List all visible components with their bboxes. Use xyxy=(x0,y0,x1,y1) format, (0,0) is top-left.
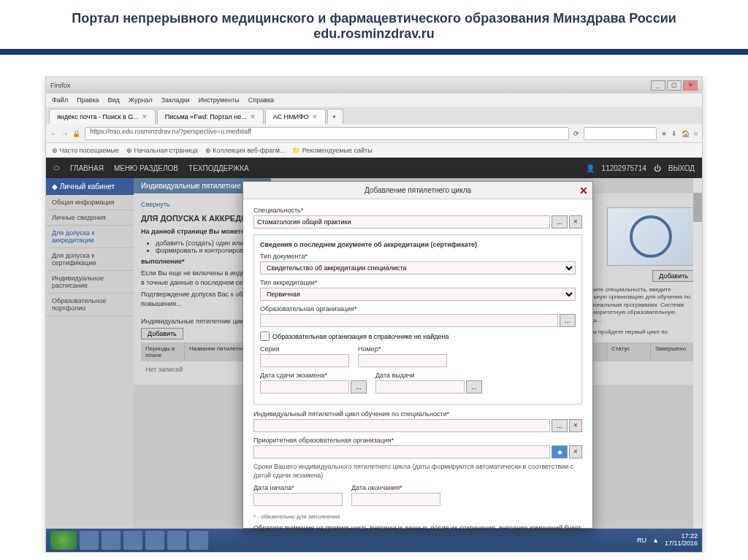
app-header: ⬭ ГЛАВНАЯ МЕНЮ РАЗДЕЛОВ ТЕХПОДДЕРЖКА 👤 1… xyxy=(46,158,702,178)
divider xyxy=(0,49,748,55)
star-icon[interactable]: ★ xyxy=(661,130,667,137)
priority-org-label: Приоритетная образовательная организация… xyxy=(253,437,582,444)
sidebar-item-portfolio[interactable]: Образовательное портфолио xyxy=(46,294,134,316)
sidebar-item-personal[interactable]: Личные сведения xyxy=(46,210,134,226)
url-input[interactable]: https://nso.edu.rosminzdrav.ru/?perspect… xyxy=(85,127,569,140)
modal-close-button[interactable]: ✕ xyxy=(579,185,588,196)
doc-fieldset: Сведения о последнем документе об аккред… xyxy=(253,234,582,404)
issuedate-input[interactable] xyxy=(375,380,465,394)
clear-button[interactable]: × xyxy=(569,445,582,459)
lookup-button[interactable]: ... xyxy=(552,215,568,229)
cycle-spec-input[interactable] xyxy=(253,419,550,432)
start-label: Дата начала* xyxy=(253,484,343,491)
fieldset-title: Сведения о последнем документе об аккред… xyxy=(260,241,576,248)
menubar: Файл Правка Вид Журнал Закладки Инструме… xyxy=(46,93,702,107)
menu-file[interactable]: Файл xyxy=(52,96,68,104)
page-title: Портал непрерывного медицинского и фарма… xyxy=(0,0,748,49)
datepicker-button[interactable]: ... xyxy=(351,380,367,394)
priority-org-input[interactable] xyxy=(253,445,550,459)
close-window-button[interactable]: ✕ xyxy=(683,80,698,91)
window-titlebar: Firefox _ ▢ ✕ xyxy=(46,77,702,93)
add-button[interactable]: Добавить xyxy=(652,270,695,282)
checkbox-label: Образовательная организация в справочник… xyxy=(272,333,449,340)
clock[interactable]: 17:22 17/11/2016 xyxy=(665,533,698,548)
end-input[interactable] xyxy=(351,493,440,506)
menu-edit[interactable]: Правка xyxy=(77,96,99,104)
tab-mail[interactable]: Письма «Fwd: Портал не...✕ xyxy=(157,109,264,124)
org-notfound-checkbox[interactable]: Образовательная организация в справочник… xyxy=(260,331,576,341)
menu-history[interactable]: Журнал xyxy=(129,96,153,104)
clear-button[interactable]: × xyxy=(569,215,582,229)
start-input[interactable] xyxy=(253,493,343,506)
tray-icon[interactable]: ▲ xyxy=(652,537,659,544)
menu-icon[interactable]: ≡ xyxy=(694,130,698,137)
taskbar-icon[interactable] xyxy=(123,531,142,550)
clear-button[interactable]: × xyxy=(569,419,582,432)
sidebar-item-schedule[interactable]: Индивидуальное расписание xyxy=(46,271,134,294)
taskbar-icon[interactable] xyxy=(189,531,208,550)
bookmark-item[interactable]: ⊕ Часто посещаемые xyxy=(52,147,119,154)
org-input[interactable] xyxy=(260,314,558,327)
issuedate-label: Дата выдачи xyxy=(375,372,482,379)
search-input[interactable] xyxy=(584,127,657,140)
nav-sections[interactable]: МЕНЮ РАЗДЕЛОВ xyxy=(114,164,178,172)
download-icon[interactable]: ⬇ xyxy=(671,130,677,137)
home-icon[interactable]: 🏠 xyxy=(682,130,690,137)
maximize-button[interactable]: ▢ xyxy=(667,80,682,91)
doctype-select[interactable]: Свидетельство об аккредитации специалист… xyxy=(260,261,576,275)
number-input[interactable] xyxy=(358,354,447,367)
taskbar-icon[interactable] xyxy=(167,531,186,550)
tab-yandex[interactable]: яндекс почта - Поиск в G...✕ xyxy=(49,109,156,124)
menu-view[interactable]: Вид xyxy=(108,96,120,104)
add-cycle-button[interactable]: Добавить xyxy=(141,328,183,340)
bookmark-item[interactable]: ⊕ Коллекция веб-фрагм... xyxy=(205,147,286,154)
lookup-button[interactable]: ... xyxy=(552,419,568,432)
lang-indicator[interactable]: RU xyxy=(637,537,646,544)
logout-link[interactable]: ВЫХОД xyxy=(668,164,695,172)
app-body: ◆ Личный кабинет Общая информация Личные… xyxy=(46,178,702,529)
close-icon[interactable]: ✕ xyxy=(250,113,256,120)
new-tab-button[interactable]: + xyxy=(327,109,343,124)
menu-bookmarks[interactable]: Закладки xyxy=(161,96,190,104)
taskbar-icon[interactable] xyxy=(102,531,121,550)
tab-nmifo[interactable]: АС НМИФО✕ xyxy=(265,109,326,124)
checkbox[interactable] xyxy=(260,331,270,341)
bookmark-item[interactable]: 📁 Рекомендуемые сайты xyxy=(292,147,372,154)
reload-icon[interactable]: ⟳ xyxy=(573,130,579,137)
end-label: Дата окончания* xyxy=(351,484,440,491)
close-icon[interactable]: ✕ xyxy=(142,113,148,120)
cycle-spec-label: Индивидуальный пятилетний цикл обучения … xyxy=(253,410,582,418)
user-icon: 👤 xyxy=(586,164,595,172)
minimize-button[interactable]: _ xyxy=(651,80,665,91)
taskbar-icon[interactable] xyxy=(80,531,99,550)
sidebar-item-accreditation[interactable]: Для допуска к аккредитации xyxy=(46,226,134,248)
org-label: Образовательная организация* xyxy=(260,305,576,312)
spec-input[interactable] xyxy=(253,215,550,229)
close-icon[interactable]: ✕ xyxy=(312,113,318,120)
address-bar: ← → 🔒 https://nso.edu.rosminzdrav.ru/?pe… xyxy=(46,124,702,143)
nav-back-icon[interactable]: ← xyxy=(50,130,57,137)
examdate-input[interactable] xyxy=(260,380,349,394)
menu-help[interactable]: Справка xyxy=(248,96,274,104)
menu-tools[interactable]: Инструменты xyxy=(199,96,240,104)
logout-icon[interactable]: ⏻ xyxy=(654,164,661,172)
datepicker-button[interactable]: ... xyxy=(466,380,482,394)
sidebar: ◆ Личный кабинет Общая информация Личные… xyxy=(46,178,134,529)
lock-icon: 🔒 xyxy=(72,130,80,137)
browser-tabs: яндекс почта - Поиск в G...✕ Письма «Fwd… xyxy=(46,107,702,124)
lookup-button[interactable]: ◆ xyxy=(552,445,568,459)
bookmark-item[interactable]: ⊕ Начальная страница xyxy=(126,147,198,154)
acctype-select[interactable]: Первичная xyxy=(260,288,576,301)
series-input[interactable] xyxy=(260,354,349,367)
sidebar-item-certification[interactable]: Для допуска к сертификации xyxy=(46,248,134,271)
sidebar-item-general[interactable]: Общая информация xyxy=(46,195,134,210)
nav-forward-icon[interactable]: → xyxy=(61,130,68,137)
bookmarks-bar: ⊕ Часто посещаемые ⊕ Начальная страница … xyxy=(46,143,702,158)
start-button[interactable] xyxy=(50,531,77,550)
lookup-button[interactable]: ... xyxy=(560,314,576,327)
doctype-label: Тип документа* xyxy=(260,253,576,260)
modal-title: Добавление пятилетнего цикла ✕ xyxy=(243,182,592,199)
taskbar-icon[interactable] xyxy=(145,531,164,550)
nav-support[interactable]: ТЕХПОДДЕРЖКА xyxy=(188,164,249,172)
nav-main[interactable]: ГЛАВНАЯ xyxy=(70,164,104,172)
